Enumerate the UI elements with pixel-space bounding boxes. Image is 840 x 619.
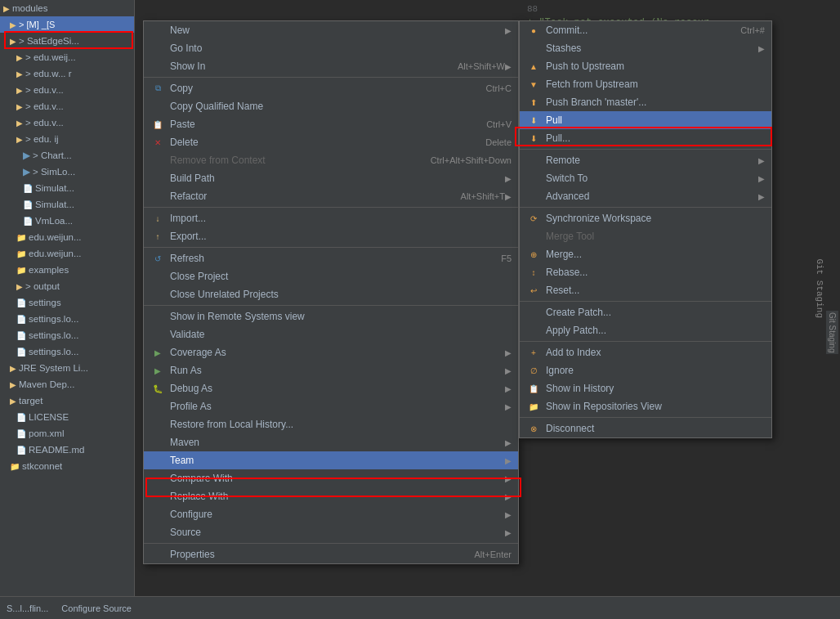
arrow-icon: ▶: [505, 510, 512, 519]
submenu-stashes[interactable]: Stashes ▶: [520, 39, 771, 57]
menu-item-copy[interactable]: ⧉ Copy Ctrl+C: [144, 79, 518, 97]
submenu-create-patch[interactable]: Create Patch...: [520, 303, 771, 321]
submenu-remote[interactable]: Remote ▶: [520, 151, 771, 169]
menu-item-show-remote[interactable]: Show in Remote Systems view: [144, 307, 518, 325]
menu-item-new[interactable]: New ▶: [144, 21, 518, 39]
menu-item-maven[interactable]: Maven ▶: [144, 433, 518, 451]
menu-item-copy-qualified[interactable]: Copy Qualified Name: [144, 97, 518, 115]
submenu-switch-to[interactable]: Switch To ▶: [520, 169, 771, 187]
menu-item-go-into[interactable]: Go Into: [144, 39, 518, 57]
submenu-add-index[interactable]: + Add to Index: [520, 343, 771, 361]
menu-item-refactor[interactable]: Refactor Alt+Shift+T ▶: [144, 187, 518, 205]
switch-icon: [526, 172, 541, 185]
arrow-icon: ▶: [505, 192, 512, 201]
menu-item-paste[interactable]: 📋 Paste Ctrl+V: [144, 115, 518, 133]
submenu-advanced[interactable]: Advanced ▶: [520, 187, 771, 205]
menu-item-replace[interactable]: Replace With ▶: [144, 487, 518, 505]
tree-item-target[interactable]: ▶ target: [0, 392, 134, 409]
menu-item-coverage[interactable]: ▶ Coverage As ▶: [144, 343, 518, 361]
submenu-pull[interactable]: ⬇ Pull: [520, 111, 771, 129]
tree-item-m-s[interactable]: ▶ > [M] _[S: [0, 16, 134, 33]
tree-item-edu4[interactable]: ▶ > edu.v...: [0, 98, 134, 114]
file-icon: 📄: [23, 184, 33, 193]
menu-item-remove-context[interactable]: Remove from Context Ctrl+Alt+Shift+Down: [144, 151, 518, 169]
arrow-icon: ▶: [505, 528, 512, 537]
arrow-icon: ▶: [505, 492, 512, 501]
submenu-pull-dot[interactable]: ⬇ Pull...: [520, 129, 771, 147]
advanced-icon: [526, 190, 541, 203]
menu-item-source[interactable]: Source ▶: [144, 523, 518, 541]
tree-item-settings-lo3[interactable]: 📄 settings.lo...: [0, 343, 134, 360]
tree-item-edu-weijun1[interactable]: 📁 edu.weijun...: [0, 229, 134, 245]
submenu-show-repositories[interactable]: 📁 Show in Repositories View: [520, 397, 771, 415]
folder-icon: 📁: [10, 462, 20, 471]
menu-item-close-unrelated[interactable]: Close Unrelated Projects: [144, 285, 518, 303]
tree-item-examples[interactable]: 📁 examples: [0, 262, 134, 278]
menu-item-run-as[interactable]: ▶ Run As ▶: [144, 361, 518, 379]
menu-item-profile-as[interactable]: Profile As ▶: [144, 397, 518, 415]
menu-item-delete[interactable]: ✕ Delete Delete: [144, 133, 518, 151]
menu-item-import[interactable]: ↓ Import...: [144, 209, 518, 227]
submenu-rebase[interactable]: ↕ Rebase...: [520, 263, 771, 281]
submenu-fetch[interactable]: ▼ Fetch from Upstream: [520, 75, 771, 93]
menu-item-validate[interactable]: Validate: [144, 325, 518, 343]
tree-item-settings[interactable]: 📄 settings: [0, 294, 134, 311]
tree-item-simulat2[interactable]: 📄 Simulat...: [0, 196, 134, 213]
menu-item-properties[interactable]: Properties Alt+Enter: [144, 545, 518, 563]
separator: [144, 247, 518, 248]
team-icon: [150, 454, 165, 467]
menu-item-refresh[interactable]: ↺ Refresh F5: [144, 249, 518, 267]
separator: [520, 301, 771, 302]
menu-item-close-project[interactable]: Close Project: [144, 267, 518, 285]
separator: [144, 305, 518, 306]
menu-item-build-path[interactable]: Build Path ▶: [144, 169, 518, 187]
tree-item-jre[interactable]: ▶ JRE System Li...: [0, 360, 134, 376]
tree-item-edu-weijun2[interactable]: 📁 edu.weijun...: [0, 245, 134, 262]
submenu-disconnect[interactable]: ⊗ Disconnect: [520, 419, 771, 437]
tree-item-vmload[interactable]: 📄 VmLoa...: [0, 213, 134, 229]
submenu-push-upstream[interactable]: ▲ Push to Upstream: [520, 57, 771, 75]
tree-item-edu-ij[interactable]: ▶ > edu. ij: [0, 131, 134, 147]
tree-item-settings-lo2[interactable]: 📄 settings.lo...: [0, 327, 134, 343]
tree-item-edu1[interactable]: ▶ > edu.weij...: [0, 49, 134, 65]
paste-icon: 📋: [150, 118, 165, 131]
tree-item-edu2[interactable]: ▶ > edu.w... r: [0, 65, 134, 82]
submenu-show-history[interactable]: 📋 Show in History: [520, 379, 771, 397]
reset-icon: ↩: [526, 284, 541, 297]
arrow-icon: ▶: [505, 456, 512, 465]
menu-item-team[interactable]: Team ▶: [144, 451, 518, 469]
menu-item-restore-history[interactable]: Restore from Local History...: [144, 415, 518, 433]
tree-item-simulat1[interactable]: 📄 Simulat...: [0, 180, 134, 196]
folder-icon: 📁: [16, 249, 26, 258]
configure-source-label[interactable]: Configure Source: [61, 603, 132, 613]
submenu-push-branch[interactable]: ⬆ Push Branch 'master'...: [520, 93, 771, 111]
tree-item-settings-lo1[interactable]: 📄 settings.lo...: [0, 311, 134, 327]
submenu-commit[interactable]: ● Commit... Ctrl+#: [520, 21, 771, 39]
menu-item-compare[interactable]: Compare With ▶: [144, 469, 518, 487]
tree-item-satedge[interactable]: ▶ > SatEdgeSi...: [0, 33, 134, 49]
submenu-ignore[interactable]: ∅ Ignore: [520, 361, 771, 379]
menu-item-configure[interactable]: Configure ▶: [144, 505, 518, 523]
git-staging-tab[interactable]: Git Staging: [826, 311, 838, 354]
tree-item-modules[interactable]: ▶ modules: [0, 0, 134, 16]
tree-item-license[interactable]: 📄 LICENSE: [0, 409, 134, 425]
tree-item-edu3[interactable]: ▶ > edu.v...: [0, 82, 134, 98]
submenu-sync[interactable]: ⟳ Synchronize Workspace: [520, 209, 771, 227]
tree-item-edu5[interactable]: ▶ > edu.v...: [0, 114, 134, 131]
tree-item-maven-dep[interactable]: ▶ Maven Dep...: [0, 376, 134, 392]
submenu-reset[interactable]: ↩ Reset...: [520, 281, 771, 299]
submenu-merge[interactable]: ⊕ Merge...: [520, 245, 771, 263]
menu-item-debug-as[interactable]: 🐛 Debug As ▶: [144, 379, 518, 397]
submenu-apply-patch[interactable]: Apply Patch...: [520, 321, 771, 339]
tree-item-stkconnet[interactable]: 📁 stkconnet: [0, 458, 134, 474]
menu-item-export[interactable]: ↑ Export...: [144, 227, 518, 245]
tree-item-simlo[interactable]: ▶ > SimLo...: [0, 164, 134, 180]
bottom-bar-item-1[interactable]: S...l...flin...: [7, 603, 48, 613]
tree-item-output[interactable]: ▶ > output: [0, 278, 134, 294]
tree-item-pom[interactable]: 📄 pom.xml: [0, 425, 134, 442]
submenu-merge-tool[interactable]: Merge Tool: [520, 227, 771, 245]
tree-item-chart[interactable]: ▶ > Chart...: [0, 147, 134, 164]
tree-item-readme[interactable]: 📄 README.md: [0, 442, 134, 458]
repo-icon: 📁: [526, 400, 541, 413]
menu-item-show-in[interactable]: Show In Alt+Shift+W ▶: [144, 57, 518, 75]
